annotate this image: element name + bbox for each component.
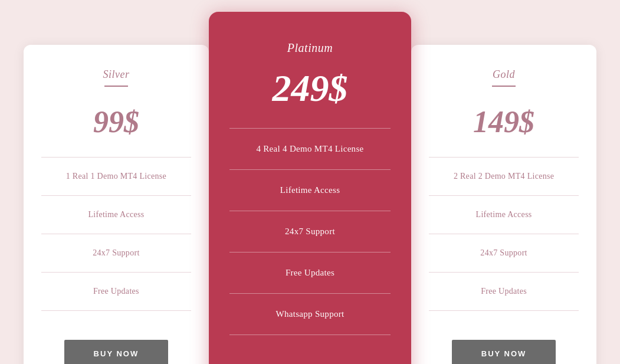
silver-buy-button[interactable]: BUY NOW — [64, 340, 169, 365]
gold-divider-1 — [429, 157, 579, 158]
silver-price: 99$ — [41, 104, 191, 139]
silver-feature-4: Free Updates — [41, 281, 191, 302]
platinum-price: 249$ — [229, 67, 391, 110]
silver-feature-1: 1 Real 1 Demo MT4 License — [41, 166, 191, 187]
platinum-plan-name: Platinum — [229, 41, 391, 55]
gold-card: Gold 149$ 2 Real 2 Demo MT4 License Life… — [411, 45, 596, 365]
silver-feature-3: 24x7 Support — [41, 242, 191, 264]
silver-divider-3 — [41, 234, 191, 234]
gold-divider-5 — [429, 310, 579, 311]
platinum-feature-5: Whatsapp Support — [229, 302, 391, 326]
platinum-divider-1 — [229, 128, 391, 129]
gold-divider-3 — [429, 234, 579, 234]
platinum-divider-2 — [229, 169, 391, 170]
silver-divider-5 — [41, 310, 191, 311]
silver-divider-1 — [41, 157, 191, 158]
gold-buy-button[interactable]: BUY NOW — [452, 340, 556, 365]
platinum-divider-5 — [229, 293, 391, 294]
platinum-card: Platinum 249$ 4 Real 4 Demo MT4 License … — [209, 12, 411, 364]
silver-plan-name: Silver — [41, 68, 191, 81]
gold-plan-name: Gold — [429, 68, 579, 81]
platinum-divider-3 — [229, 211, 391, 211]
platinum-feature-2: Lifetime Access — [229, 178, 391, 202]
silver-divider-2 — [41, 195, 191, 196]
silver-feature-2: Lifetime Access — [41, 204, 191, 225]
platinum-divider-4 — [229, 252, 391, 252]
pricing-section: Silver 99$ 1 Real 1 Demo MT4 License Lif… — [0, 0, 620, 364]
silver-divider-4 — [41, 272, 191, 273]
gold-feature-4: Free Updates — [429, 281, 579, 302]
platinum-feature-3: 24x7 Support — [229, 219, 391, 244]
gold-divider-4 — [429, 272, 579, 273]
gold-feature-3: 24x7 Support — [429, 242, 579, 264]
gold-feature-2: Lifetime Access — [429, 204, 579, 225]
gold-divider-2 — [429, 195, 579, 196]
platinum-feature-4: Free Updates — [229, 261, 391, 285]
silver-underline — [104, 86, 128, 87]
silver-card: Silver 99$ 1 Real 1 Demo MT4 License Lif… — [24, 45, 209, 365]
gold-underline — [492, 86, 516, 87]
gold-feature-1: 2 Real 2 Demo MT4 License — [429, 166, 579, 187]
gold-price: 149$ — [429, 104, 579, 139]
platinum-feature-1: 4 Real 4 Demo MT4 License — [229, 137, 391, 161]
platinum-divider-6 — [229, 335, 391, 335]
